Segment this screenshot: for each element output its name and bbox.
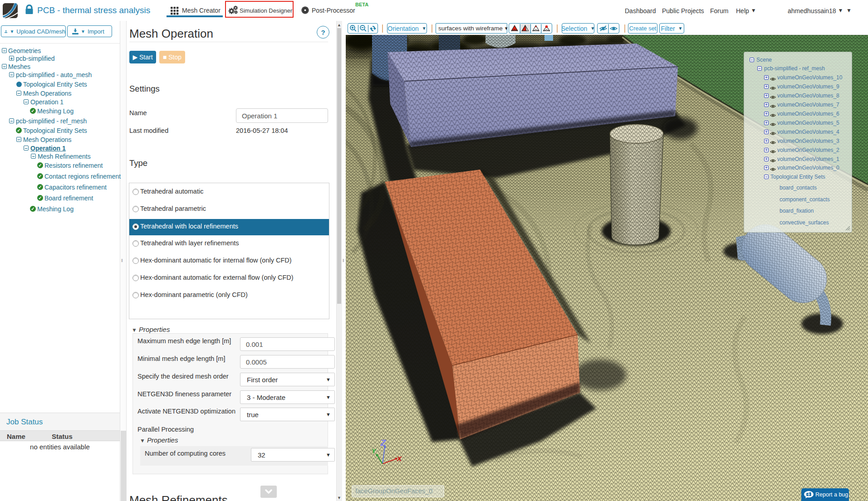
svg-text:X: X [397, 455, 402, 462]
svg-text:Y: Y [372, 447, 377, 455]
svg-text:Z: Z [380, 438, 387, 447]
